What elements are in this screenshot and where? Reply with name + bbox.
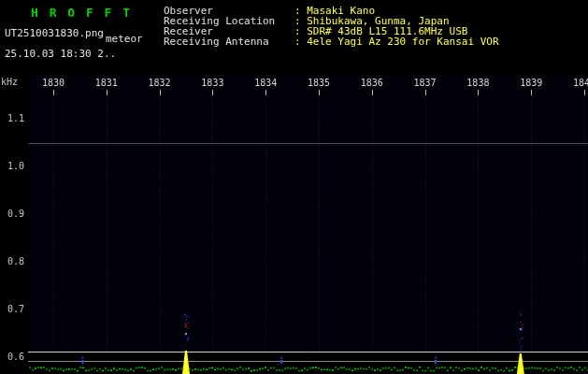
x-tick-label: 1839 bbox=[517, 79, 545, 88]
x-tick-label: 1831 bbox=[93, 79, 121, 88]
y-tick-label: 0.7 bbox=[7, 305, 24, 314]
x-tick-label: 1837 bbox=[411, 79, 439, 88]
x-tick-label: 1834 bbox=[251, 79, 280, 88]
x-tick-label: 1836 bbox=[358, 79, 386, 88]
y-tick-label: 0.6 bbox=[7, 352, 24, 362]
y-axis-unit: kHz bbox=[1, 78, 18, 87]
x-tick-label: 1832 bbox=[146, 79, 174, 88]
y-tick-label: 0.9 bbox=[7, 209, 24, 219]
output-filename: UT2510031830.png bbox=[5, 27, 104, 39]
mode-label: meteor bbox=[106, 33, 143, 45]
x-tick-label: 1838 bbox=[464, 79, 492, 88]
hrofft-screen: H R O F F T UT2510031830.png meteor 25.1… bbox=[0, 0, 588, 374]
y-tick-label: 1.0 bbox=[7, 162, 24, 171]
station-info: Observer: Masaki KanoReceiving Location:… bbox=[164, 6, 499, 47]
info-value: : 4ele Yagi Az 230 for Kansai VOR bbox=[294, 36, 499, 48]
x-tick-label: 1840 bbox=[570, 79, 588, 88]
x-tick-label: 1830 bbox=[39, 79, 67, 88]
info-label: Receiving Antenna bbox=[164, 36, 294, 47]
y-tick-label: 1.1 bbox=[7, 114, 24, 123]
y-tick-label: 0.8 bbox=[7, 257, 24, 266]
datetime-label: 25.10.03 18:30 2.. bbox=[5, 48, 116, 60]
x-tick-label: 1835 bbox=[305, 79, 333, 88]
x-tick-label: 1833 bbox=[198, 79, 226, 88]
app-title: H R O F F T bbox=[31, 6, 132, 20]
info-row: Receiving Antenna: 4ele Yagi Az 230 for … bbox=[164, 36, 499, 47]
